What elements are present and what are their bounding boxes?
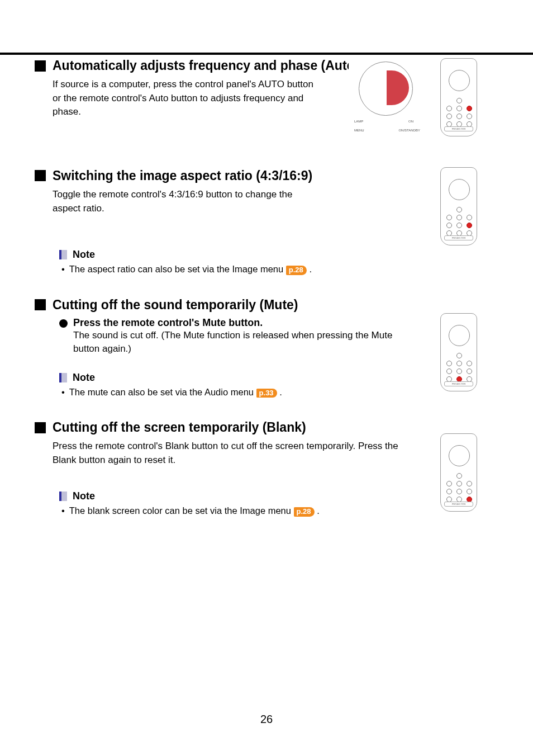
note-icon (59, 492, 67, 501)
heading-text: Cutting off the sound temporarily (Mute) (53, 297, 298, 313)
remote-brand-label: PROJECTOR (444, 126, 473, 131)
note-icon (59, 250, 67, 259)
remote-button (467, 489, 472, 494)
note-label: Note (73, 490, 95, 502)
control-panel-illustration: LAMP ON MENU ON/STANDBY (349, 58, 421, 131)
note-label: Note (73, 372, 95, 384)
remote-button (446, 481, 452, 486)
dpad-icon (449, 325, 470, 346)
remote-button (446, 368, 452, 374)
bullet-dot: • (61, 264, 65, 275)
remote-button (467, 361, 472, 366)
note-heading-blank: Note (59, 490, 488, 502)
remote-illustration-aspect: PROJECTOR (440, 167, 477, 245)
note-text: The blank screen color can be set via th… (69, 505, 320, 516)
dpad-icon (449, 445, 470, 466)
body-aspect: Toggle the remote control's 4:3/16:9 but… (53, 188, 315, 215)
remote-button (456, 473, 462, 479)
dpad-icon (449, 179, 470, 200)
remote-button (456, 114, 462, 119)
remote-brand-label: PROJECTOR (444, 502, 473, 507)
remote-button (467, 114, 472, 119)
bullet-dot: • (61, 387, 65, 398)
remote-button (446, 361, 452, 366)
remote-button (456, 223, 462, 228)
step-body-mute: The sound is cut off. (The Mute function… (73, 329, 403, 356)
remote-brand-label: PROJECTOR (444, 381, 473, 386)
remote-button (446, 489, 452, 494)
page-reference[interactable]: p.28 (294, 507, 315, 516)
bullet-dot: • (61, 505, 65, 516)
body-blank: Press the remote control's Blank button … (53, 440, 410, 467)
remote-illustration-blank: PROJECTOR (440, 433, 477, 512)
remote-button (456, 353, 462, 358)
note-heading-mute: Note (59, 372, 488, 384)
note-tail: . (309, 264, 312, 274)
body-auto: If source is a computer, press the contr… (53, 78, 315, 119)
note-label: Note (73, 249, 95, 261)
step-title: Press the remote control's Mute button. (73, 317, 263, 329)
section-blank: Cutting off the screen temporarily (Blan… (35, 420, 488, 517)
remote-button (446, 223, 452, 228)
dpad-icon (449, 70, 470, 91)
heading-text: Cutting off the screen temporarily (Blan… (53, 420, 306, 435)
remote-illustration-mute: PROJECTOR (440, 313, 477, 391)
page-content: Automatically adjusts frequency and phas… (35, 58, 488, 539)
remote-button (456, 489, 462, 494)
panel-standby-label: ON/STANDBY (398, 129, 420, 132)
note-icon (59, 373, 67, 382)
remote-button (456, 207, 462, 212)
panel-lamp-label: LAMP (354, 120, 363, 123)
remote-button (456, 481, 462, 486)
aspect-button-highlight (467, 223, 472, 228)
panel-menu-label: MENU (354, 129, 364, 132)
auto-button-highlight (467, 106, 472, 111)
remote-button (446, 114, 452, 119)
note-bullet-text: The blank screen color can be set via th… (69, 505, 291, 516)
square-bullet-icon (35, 299, 46, 310)
square-bullet-icon (35, 422, 46, 433)
heading-text: Automatically adjusts frequency and phas… (53, 58, 359, 73)
note-tail: . (279, 387, 282, 397)
heading-text: Switching the image aspect ratio (4:3/16… (53, 168, 312, 183)
note-text: The mute can also be set via the Audio m… (69, 387, 282, 398)
square-bullet-icon (35, 170, 46, 181)
remote-button (467, 215, 472, 220)
remote-button (467, 368, 472, 374)
remote-button (456, 361, 462, 366)
note-bullet-mute: • The mute can also be set via the Audio… (61, 387, 488, 398)
remote-button (456, 215, 462, 220)
step-mute: Press the remote control's Mute button. (59, 317, 488, 329)
section-mute: Cutting off the sound temporarily (Mute)… (35, 297, 488, 398)
note-heading-aspect: Note (59, 249, 488, 261)
remote-button (456, 106, 462, 111)
remote-button (456, 368, 462, 374)
square-bullet-icon (35, 60, 46, 72)
page-reference[interactable]: p.28 (286, 266, 307, 275)
remote-illustration-auto: PROJECTOR (440, 58, 477, 136)
remote-button (446, 106, 452, 111)
note-tail: . (317, 505, 320, 516)
heading-blank: Cutting off the screen temporarily (Blan… (35, 420, 488, 435)
auto-button-highlight (387, 70, 409, 105)
panel-on-label: ON (408, 120, 413, 123)
note-bullet-text: The aspect ratio can also be set via the… (69, 264, 283, 274)
note-bullet-text: The mute can also be set via the Audio m… (69, 387, 254, 397)
heading-mute: Cutting off the sound temporarily (Mute) (35, 297, 488, 313)
page-number: 26 (0, 713, 533, 726)
remote-brand-label: PROJECTOR (444, 235, 473, 240)
remote-button (446, 215, 452, 220)
note-bullet-blank: • The blank screen color can be set via … (61, 505, 488, 516)
remote-button (456, 98, 462, 103)
section-auto: Automatically adjusts frequency and phas… (35, 58, 488, 119)
disc-bullet-icon (59, 319, 68, 328)
heading-aspect: Switching the image aspect ratio (4:3/16… (35, 168, 488, 183)
page-reference[interactable]: p.33 (256, 389, 277, 398)
note-text: The aspect ratio can also be set via the… (69, 264, 312, 275)
note-bullet-aspect: • The aspect ratio can also be set via t… (61, 264, 488, 275)
remote-button (467, 481, 472, 486)
top-rule (0, 53, 533, 55)
section-aspect: Switching the image aspect ratio (4:3/16… (35, 168, 488, 275)
